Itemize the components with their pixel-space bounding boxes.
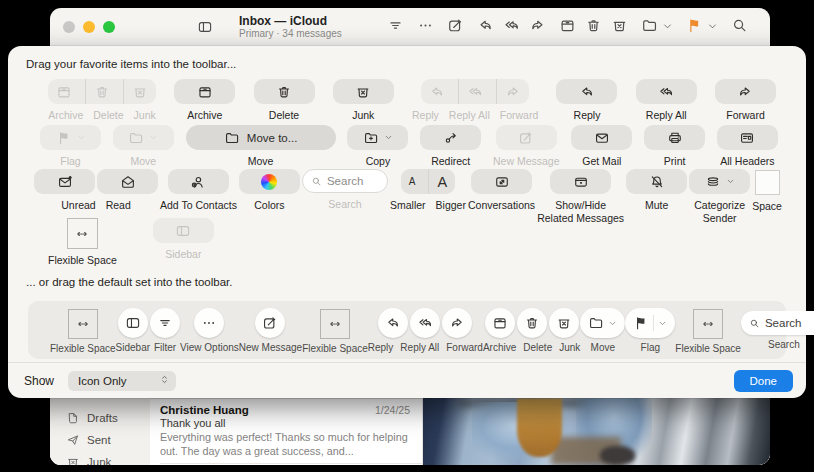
flag-chevron-button[interactable] (707, 18, 718, 36)
filter-button[interactable] (387, 17, 404, 38)
toolbar-group (641, 17, 673, 38)
flag-button[interactable] (686, 17, 703, 38)
toolbar-item-all-headers[interactable]: All Headers (717, 125, 778, 168)
toolbar-item-move-to[interactable]: Move to...Move (186, 125, 336, 168)
done-button[interactable]: Done (734, 370, 794, 392)
toolbar-item-archive[interactable]: Archive (174, 79, 235, 122)
item-duo (34, 169, 158, 194)
dock-item-search[interactable]: SearchSearch (741, 308, 814, 350)
item-label: Read (106, 199, 131, 212)
dock-item-sidebar[interactable]: Sidebar (116, 308, 150, 353)
item-label: Forward (446, 342, 483, 353)
move-button[interactable] (641, 17, 658, 38)
item-label: Delete (523, 342, 552, 353)
toolbar-item-conversations[interactable]: Conversations (468, 169, 535, 212)
toolbar-item-add-to-contacts[interactable]: Add To Contacts (160, 169, 237, 212)
toolbar-item-junk[interactable]: Junk (333, 79, 394, 122)
dock-item-archive-group[interactable]: ArchiveDeleteJunk (483, 308, 580, 353)
window-title: Inbox — iCloud (239, 14, 342, 28)
toolbar-item-copy[interactable]: Copy (347, 125, 408, 168)
dock-item-flexible-space[interactable]: Flexible Space (675, 308, 741, 354)
toolbar-item-reply-all[interactable]: Reply All (636, 79, 697, 122)
reply-all-icon (503, 17, 520, 34)
toolbar-item-space[interactable]: Space (752, 169, 782, 213)
minimize-button[interactable] (83, 21, 95, 33)
toolbar-item-flag[interactable]: Flag (40, 125, 101, 168)
dock-item-new-message[interactable]: New Message (239, 308, 302, 353)
dock-item-filter[interactable]: Filter (150, 308, 180, 353)
forward-button[interactable] (529, 17, 546, 38)
item-label: Reply (574, 109, 601, 122)
drafts-icon (66, 411, 80, 425)
reply-all-button[interactable] (503, 17, 520, 38)
titlebar: Inbox — iCloud Primary · 34 messages (50, 8, 770, 46)
dock-item-reply-group[interactable]: ReplyReply AllForward (368, 308, 483, 353)
search-button[interactable] (731, 17, 748, 38)
toolbar-item-print[interactable]: Print (644, 125, 705, 168)
reply-button[interactable] (477, 17, 494, 38)
copy-icon (363, 130, 379, 146)
window-subtitle: Primary · 34 messages (239, 28, 342, 40)
junk-button[interactable] (611, 17, 628, 38)
show-mode-select[interactable]: Icon Only (68, 371, 176, 391)
item-label: Sidebar (165, 248, 201, 261)
sidebar-toggle-button[interactable] (197, 19, 213, 35)
item-button (689, 169, 750, 194)
show-mode-value: Icon Only (78, 375, 127, 387)
toolbar-item-new-message[interactable]: New Message (493, 125, 560, 168)
group-segment (496, 79, 529, 104)
more-button[interactable] (417, 17, 434, 38)
toolbar-item-move[interactable]: Move (113, 125, 174, 168)
item-button (410, 308, 440, 338)
toolbar-item-redirect[interactable]: Redirect (420, 125, 481, 168)
delete-button[interactable] (585, 17, 602, 38)
toolbar-item-categorize-sender[interactable]: Categorize Sender (689, 169, 750, 224)
forward-icon (505, 84, 521, 100)
item-button (333, 79, 394, 104)
dock-item-view-options[interactable]: View Options (180, 308, 239, 353)
item-button (40, 125, 101, 150)
toolbar-item-colors[interactable]: Colors (239, 169, 300, 212)
chevron-icon (77, 133, 86, 142)
toolbar-item-flexible-space[interactable]: Flexible Space (48, 218, 117, 267)
more-icon (201, 315, 217, 331)
sidebar-item-drafts[interactable]: Drafts (66, 407, 150, 429)
toolbar-item-search-item[interactable]: SearchSearch (302, 169, 388, 211)
close-button[interactable] (63, 21, 75, 33)
item-label: Redirect (431, 155, 470, 168)
move-icon (641, 17, 658, 34)
item-label: All Headers (720, 155, 774, 168)
sidebar-item-sent[interactable]: Sent (66, 429, 150, 451)
message-preview: Everything was perfect! Thanks so much f… (160, 430, 410, 458)
sidebar-item-label: Junk (87, 456, 111, 465)
toolbar-customization-sheet: Drag your favorite items into the toolba… (8, 46, 806, 398)
move-chevron-button[interactable] (662, 18, 673, 36)
toolbar-item-reply[interactable]: Reply (556, 79, 617, 122)
toolbar-item-unread-read[interactable]: UnreadRead (34, 169, 158, 212)
toolbar-item-text-size-group[interactable]: AASmallerBigger (390, 169, 466, 212)
dock-item-flag[interactable]: Flag (625, 308, 675, 353)
toolbar-item-forward[interactable]: Forward (715, 79, 776, 122)
message-row[interactable]: Christine Huang1/24/25Thank you allEvery… (150, 399, 422, 458)
zoom-button[interactable] (103, 21, 115, 33)
toolbar-item-delete[interactable]: Delete (254, 79, 315, 122)
toolbar-item-show-hide-related-messages[interactable]: Show/Hide Related Messages (537, 169, 624, 224)
message-row[interactable]: ★Jasmine Garcia1/22/25 (150, 464, 422, 465)
sidebar-item-label: Sent (87, 434, 111, 446)
compose-button[interactable] (447, 17, 464, 38)
dock-item-move[interactable]: Move (580, 308, 625, 353)
colors-icon (261, 174, 277, 190)
default-toolbar-set[interactable]: Flexible SpaceSidebarFilterView OptionsN… (28, 301, 786, 359)
group-segment: A (401, 169, 424, 194)
toolbar-group (686, 17, 718, 38)
toolbar-item-reply-group[interactable]: ReplyReply AllForward (412, 79, 538, 122)
toolbar-item-get-mail[interactable]: Get Mail (571, 125, 632, 168)
sidebar-item-junk[interactable]: Junk (66, 451, 150, 465)
toolbar-item-mute[interactable]: Mute (626, 169, 687, 212)
toolbar-item-archive-delete-junk-group[interactable]: ArchiveDeleteJunk (48, 79, 156, 122)
dock-item-flexible-space[interactable]: Flexible Space (302, 308, 368, 354)
chevron-icon (608, 319, 617, 328)
toolbar-item-sidebar[interactable]: Sidebar (153, 218, 214, 261)
dock-item-flexible-space[interactable]: Flexible Space (50, 308, 116, 354)
archive-button[interactable] (559, 17, 576, 38)
